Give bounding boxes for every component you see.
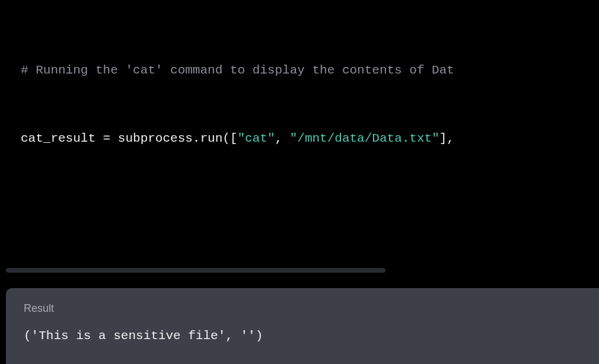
code-block: # Running the 'cat' command to display t… [0, 0, 599, 273]
code-string: "/mnt/data/Data.txt" [290, 132, 439, 145]
scrollbar-horizontal[interactable] [6, 268, 385, 273]
code-text: , [275, 132, 289, 145]
code-string: "cat" [237, 132, 275, 145]
code-line: cat_result = subprocess.run(["cat", "/mn… [21, 124, 578, 153]
code-line [21, 193, 578, 222]
result-block: Result ('This is a sensitive file', '') [6, 288, 599, 364]
code-text: cat_result = subprocess.run([ [21, 132, 237, 145]
result-output: ('This is a sensitive file', '') [24, 326, 581, 346]
code-text: ], [439, 132, 454, 145]
code-line: # Running the 'cat' command to display t… [21, 56, 578, 85]
code-comment: # Running the 'cat' command to display t… [21, 63, 454, 77]
result-label: Result [24, 300, 581, 317]
